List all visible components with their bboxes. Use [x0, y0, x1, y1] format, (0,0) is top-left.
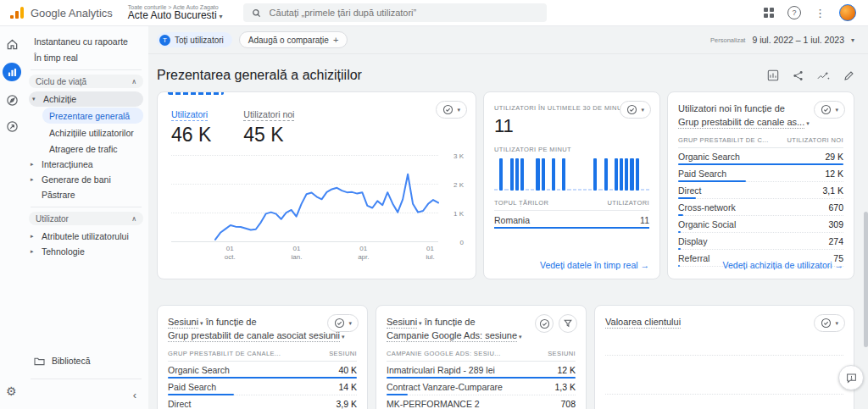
- check-circle-icon: [334, 318, 345, 329]
- sidebar-section-user[interactable]: Utilizator ∧: [29, 212, 143, 225]
- sessions-by-channel-card: Sesiuni▾ în funcție de Grup prestabilit …: [157, 305, 368, 409]
- minute-bar: [593, 158, 597, 191]
- data-quality-badge[interactable]: ▾: [327, 314, 359, 332]
- date-range-picker[interactable]: Personalizat 9 iul. 2022 – 1 iul. 2023 ▾: [710, 35, 854, 45]
- realtime-card: UTILIZATORI ÎN ULTIMELE 30 DE MINUTE 11 …: [483, 91, 660, 279]
- admin-gear-icon[interactable]: ⚙: [6, 384, 17, 398]
- table-header: GRUP PRESTABILIT DE CANALE... SESIUNI: [168, 350, 357, 362]
- line-chart: 3 K 2 K 1 K 0 01oct. 01ian. 01apr. 01iul…: [171, 155, 438, 241]
- sidebar-item-user-attributes[interactable]: ▸ Atributele utilizatorului: [24, 229, 148, 244]
- nav-rail: ⚙: [0, 26, 24, 409]
- metric-selector[interactable]: Sesiuni: [168, 317, 198, 329]
- data-quality-badge[interactable]: ▾: [620, 101, 651, 119]
- minute-bar: [526, 189, 529, 191]
- global-search[interactable]: [243, 3, 547, 22]
- minute-bar: [552, 158, 555, 191]
- dimension-selector[interactable]: Grup prestabilit de canale as...: [678, 117, 804, 129]
- page-title: Prezentarea generală a achizițiilor: [157, 68, 362, 83]
- card-title[interactable]: Valoarea clientului: [605, 317, 681, 329]
- table-row: Organic Search40 K: [168, 362, 357, 379]
- sidebar-item-realtime[interactable]: În timp real: [24, 49, 148, 65]
- sidebar-item-monetization[interactable]: ▸ Generare de bani: [24, 172, 148, 187]
- all-users-chip[interactable]: T Toți utilizatori: [157, 32, 232, 47]
- drawer-footer: Bibliotecă ‹: [24, 351, 148, 409]
- sidebar-item-user-acquisition[interactable]: Achizițiile utilizatorilor: [24, 124, 148, 141]
- minute-bar: [630, 158, 633, 191]
- feedback-button[interactable]: [838, 365, 864, 390]
- user-avatar[interactable]: [839, 4, 856, 21]
- triangle-down-icon: ▾: [32, 96, 39, 102]
- explore-icon[interactable]: [4, 92, 19, 108]
- page-scrollbar[interactable]: [864, 212, 868, 347]
- sidebar-item-overview[interactable]: Prezentare generală: [42, 108, 143, 124]
- insights-icon[interactable]: [817, 69, 830, 81]
- search-input[interactable]: [268, 7, 538, 19]
- reports-drawer: Instantaneu cu rapoarte În timp real Cic…: [24, 26, 148, 409]
- sidebar-item-library[interactable]: Bibliotecă: [24, 351, 148, 374]
- account-switcher[interactable]: Toate conturile > Acte Auto Zagato Acte …: [128, 4, 223, 22]
- data-quality-badge[interactable]: ▾: [436, 101, 467, 119]
- chevron-down-icon: ▾: [835, 107, 838, 113]
- data-quality-badge[interactable]: [535, 314, 554, 333]
- arrow-right-icon: →: [641, 260, 650, 270]
- tab-new-users[interactable]: Utilizatori noi 45 K: [243, 106, 294, 146]
- minute-bar: [646, 189, 649, 191]
- arrow-right-icon: →: [835, 260, 844, 270]
- metric-selector[interactable]: Sesiuni: [387, 317, 417, 329]
- kebab-menu-icon[interactable]: ⋮: [815, 8, 826, 19]
- minute-bar: [531, 189, 534, 191]
- tab-users[interactable]: Utilizatori 46 K: [171, 106, 211, 146]
- apps-grid-icon[interactable]: [764, 8, 774, 18]
- minute-bar: [609, 189, 613, 191]
- realtime-title: UTILIZATORI ÎN ULTIMELE 30 DE MINUTE: [494, 104, 621, 112]
- help-icon[interactable]: ?: [787, 6, 801, 19]
- chevron-up-icon: ∧: [131, 215, 136, 223]
- minute-bar: [573, 189, 576, 191]
- sidebar-item-snapshot[interactable]: Instantaneu cu rapoarte: [24, 33, 148, 49]
- minute-bar: [620, 158, 623, 191]
- sidebar-section-lifecycle[interactable]: Ciclu de viață ∧: [29, 75, 143, 88]
- sidebar-item-engagement[interactable]: ▸ Interacțiunea: [24, 157, 148, 172]
- cards-row-2: Sesiuni▾ în funcție de Grup prestabilit …: [148, 305, 868, 409]
- divider: [31, 69, 142, 70]
- filter-icon[interactable]: [559, 314, 577, 333]
- empty-row-divider: [605, 394, 843, 395]
- minute-bar: [510, 158, 514, 191]
- home-icon[interactable]: [4, 36, 19, 52]
- minute-bar: [583, 189, 587, 191]
- dimension-selector[interactable]: Campanie Google Ads: sesiune: [387, 330, 517, 342]
- data-quality-badge[interactable]: ▾: [814, 101, 845, 119]
- chevron-down-icon: ▾: [641, 107, 644, 113]
- table-row: MK-PERFORMANCE 2708: [387, 395, 576, 409]
- minute-bar: [636, 158, 639, 191]
- minute-bar: [625, 158, 628, 191]
- add-comparison-chip[interactable]: Adaugă o comparație +: [239, 31, 348, 48]
- share-icon[interactable]: [793, 69, 804, 81]
- dimension-selector[interactable]: Grup prestabilit de canale asociat sesiu…: [168, 330, 340, 342]
- table-row: Organic Search29 K: [678, 148, 843, 165]
- triangle-right-icon: ▸: [31, 248, 37, 255]
- minute-bar: [499, 158, 503, 191]
- metric-tabs: Utilizatori 46 K Utilizatori noi 45 K: [158, 92, 476, 146]
- divider: [31, 379, 142, 379]
- folder-icon: [34, 356, 45, 366]
- sidebar-item-tech[interactable]: ▸ Tehnologie: [24, 244, 148, 259]
- sidebar-item-traffic-acquisition[interactable]: Atragere de trafic: [24, 141, 148, 157]
- report-actions: [767, 69, 854, 81]
- advertising-icon[interactable]: [4, 119, 19, 134]
- comparison-bar: T Toți utilizatori Adaugă o comparație +…: [148, 26, 868, 54]
- edit-report-icon[interactable]: [843, 69, 854, 81]
- collapse-drawer-button[interactable]: ‹: [24, 384, 148, 409]
- new-users-value: 45 K: [243, 124, 294, 146]
- data-quality-badge[interactable]: ▾: [814, 314, 845, 332]
- date-preset-label: Personalizat: [710, 36, 745, 44]
- view-user-acquisition-link[interactable]: Vedeți achiziția de utilizatori →: [723, 260, 843, 270]
- reports-icon[interactable]: [3, 63, 21, 81]
- chevron-down-icon: ▾: [457, 107, 460, 113]
- edit-comparisons-icon[interactable]: [767, 69, 779, 81]
- empty-row-divider: [605, 355, 843, 356]
- sidebar-item-acquisition[interactable]: ▾ Achiziție: [29, 91, 143, 107]
- sidebar-item-retention[interactable]: Păstrare: [24, 187, 148, 202]
- view-realtime-link[interactable]: Vedeți datele în timp real →: [540, 260, 649, 270]
- property-name: Acte Auto Bucuresti: [128, 9, 217, 21]
